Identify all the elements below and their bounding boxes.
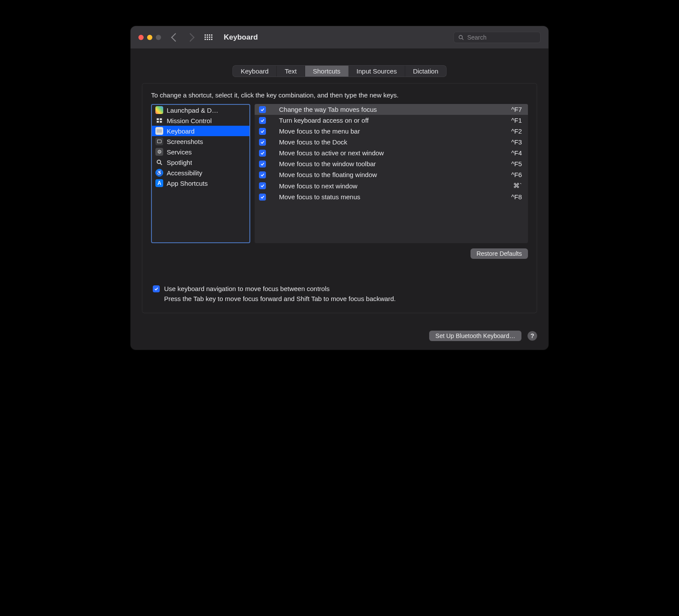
screenshots-icon xyxy=(155,137,163,145)
check-icon xyxy=(260,184,265,188)
app-shortcuts-icon: A xyxy=(155,179,163,187)
instruction-text: To change a shortcut, select it, click t… xyxy=(151,91,528,99)
keyboard-nav-label: Use keyboard navigation to move focus be… xyxy=(164,285,329,292)
forward-button[interactable] xyxy=(186,33,195,42)
close-button[interactable] xyxy=(138,35,144,40)
accessibility-icon: ♿ xyxy=(155,169,163,177)
shortcut-key[interactable]: ^F8 xyxy=(511,193,522,201)
category-accessibility[interactable]: ♿Accessibility xyxy=(152,167,249,178)
shortcut-key[interactable]: ^F1 xyxy=(511,117,522,124)
category-screenshots[interactable]: Screenshots xyxy=(152,136,249,147)
search-input[interactable] xyxy=(467,34,536,41)
shortcut-row[interactable]: Move focus to the floating window^F6 xyxy=(255,169,528,180)
keyboard-nav-checkbox[interactable] xyxy=(153,285,160,292)
window-title: Keyboard xyxy=(224,33,450,42)
category-label: Launchpad & D… xyxy=(167,107,218,114)
category-keyboard[interactable]: Keyboard xyxy=(152,126,249,136)
shortcut-checkbox[interactable] xyxy=(259,171,266,178)
category-label: Services xyxy=(167,148,192,156)
spotlight-icon xyxy=(155,158,163,166)
shortcut-label: Move focus to status menus xyxy=(271,193,506,201)
shortcut-row[interactable]: Change the way Tab moves focus^F7 xyxy=(255,104,528,115)
shortcut-checkbox[interactable] xyxy=(259,117,266,124)
shortcut-checkbox[interactable] xyxy=(259,128,266,135)
shortcut-row[interactable]: Move focus to the Dock^F3 xyxy=(255,137,528,147)
svg-line-3 xyxy=(160,163,162,165)
preferences-window: Keyboard KeyboardTextShortcutsInput Sour… xyxy=(131,26,548,350)
check-icon xyxy=(260,162,265,166)
category-spotlight[interactable]: Spotlight xyxy=(152,157,249,167)
shortcut-label: Move focus to the floating window xyxy=(271,171,506,178)
tab-text[interactable]: Text xyxy=(277,66,305,77)
shortcut-label: Change the way Tab moves focus xyxy=(271,106,506,113)
shortcut-row[interactable]: Move focus to the menu bar^F2 xyxy=(255,126,528,137)
shortcut-key[interactable]: ^F6 xyxy=(511,171,522,178)
keyboard-icon xyxy=(155,127,163,135)
category-services[interactable]: ⚙Services xyxy=(152,147,249,157)
category-list[interactable]: Launchpad & D…Mission ControlKeyboardScr… xyxy=(151,104,250,243)
show-all-button[interactable] xyxy=(205,34,212,40)
keyboard-nav-subtext: Press the Tab key to move focus forward … xyxy=(164,295,528,302)
titlebar: Keyboard xyxy=(131,26,548,49)
minimize-button[interactable] xyxy=(147,35,152,40)
bluetooth-keyboard-button[interactable]: Set Up Bluetooth Keyboard… xyxy=(429,331,521,341)
shortcut-checkbox[interactable] xyxy=(259,194,266,201)
shortcut-label: Turn keyboard access on or off xyxy=(271,117,506,124)
mission-control-icon xyxy=(155,117,163,124)
shortcut-checkbox[interactable] xyxy=(259,161,266,167)
check-icon xyxy=(260,140,265,144)
tab-dictation[interactable]: Dictation xyxy=(405,66,446,77)
check-icon xyxy=(154,287,158,291)
shortcut-key[interactable]: ⌘` xyxy=(513,182,522,190)
shortcut-row[interactable]: Move focus to status menus^F8 xyxy=(255,191,528,202)
search-field[interactable] xyxy=(454,32,541,43)
check-icon xyxy=(260,107,265,112)
shortcut-checkbox[interactable] xyxy=(259,139,266,146)
zoom-button[interactable] xyxy=(156,35,161,40)
category-label: Screenshots xyxy=(167,138,203,145)
help-button[interactable]: ? xyxy=(528,331,537,341)
keyboard-nav-section: Use keyboard navigation to move focus be… xyxy=(151,285,528,302)
category-label: Accessibility xyxy=(167,169,202,177)
launchpad-icon xyxy=(155,106,163,114)
shortcut-row[interactable]: Turn keyboard access on or off^F1 xyxy=(255,115,528,126)
check-icon xyxy=(260,195,265,199)
category-label: Spotlight xyxy=(167,159,192,166)
shortcut-key[interactable]: ^F4 xyxy=(511,149,522,157)
shortcut-row[interactable]: Move focus to next window⌘` xyxy=(255,180,528,191)
shortcut-label: Move focus to next window xyxy=(271,182,508,190)
shortcut-checkbox[interactable] xyxy=(259,182,266,189)
tab-bar: KeyboardTextShortcutsInput SourcesDictat… xyxy=(232,65,447,77)
category-label: App Shortcuts xyxy=(167,180,208,187)
shortcut-row[interactable]: Move focus to the window toolbar^F5 xyxy=(255,158,528,169)
traffic-lights xyxy=(138,35,161,40)
check-icon xyxy=(260,151,265,155)
shortcuts-panel: To change a shortcut, select it, click t… xyxy=(142,83,537,313)
check-icon xyxy=(260,173,265,177)
shortcut-label: Move focus to the Dock xyxy=(271,138,506,146)
category-app-shortcuts[interactable]: AApp Shortcuts xyxy=(152,178,249,188)
category-mission-control[interactable]: Mission Control xyxy=(152,115,249,126)
tab-shortcuts[interactable]: Shortcuts xyxy=(305,66,349,77)
footer: Set Up Bluetooth Keyboard… ? xyxy=(131,324,548,350)
svg-point-2 xyxy=(157,160,161,164)
back-button[interactable] xyxy=(171,33,180,42)
tab-keyboard[interactable]: Keyboard xyxy=(233,66,277,77)
shortcut-checkbox[interactable] xyxy=(259,150,266,157)
shortcut-label: Move focus to the window toolbar xyxy=(271,160,506,167)
shortcut-checkbox[interactable] xyxy=(259,106,266,113)
shortcut-list[interactable]: Change the way Tab moves focus^F7Turn ke… xyxy=(255,104,528,243)
check-icon xyxy=(260,129,265,134)
search-icon xyxy=(458,34,464,40)
category-label: Keyboard xyxy=(167,127,195,135)
check-icon xyxy=(260,118,265,123)
category-launchpad[interactable]: Launchpad & D… xyxy=(152,105,249,115)
shortcut-key[interactable]: ^F7 xyxy=(511,106,522,113)
shortcut-key[interactable]: ^F5 xyxy=(511,160,522,167)
nav-arrows xyxy=(172,34,193,40)
shortcut-row[interactable]: Move focus to active or next window^F4 xyxy=(255,147,528,158)
shortcut-key[interactable]: ^F2 xyxy=(511,127,522,135)
tab-input-sources[interactable]: Input Sources xyxy=(349,66,405,77)
shortcut-key[interactable]: ^F3 xyxy=(511,138,522,146)
restore-defaults-button[interactable]: Restore Defaults xyxy=(471,248,528,259)
